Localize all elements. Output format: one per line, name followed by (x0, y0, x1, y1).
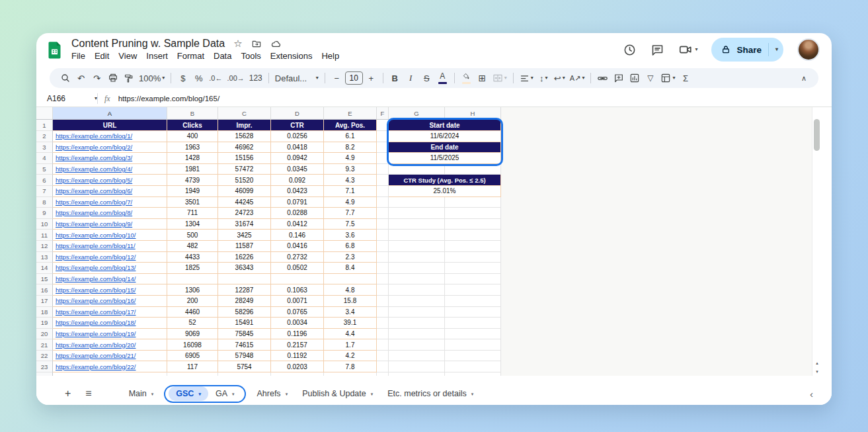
col-header-E[interactable]: E (324, 107, 377, 120)
cell-H18[interactable] (445, 307, 501, 318)
decrease-decimal-button[interactable]: .0← (207, 70, 224, 86)
cell-C15[interactable] (218, 274, 271, 285)
cell-A3[interactable]: https://example.com/blog/2/ (53, 142, 167, 153)
sheet-tab-etc-metrics-or-details[interactable]: Etc. metrics or details▾ (380, 386, 481, 401)
cell-D3[interactable]: 0.0418 (271, 142, 324, 153)
cell-D5[interactable]: 0.0345 (271, 164, 324, 175)
cell-F8[interactable] (377, 197, 389, 208)
cell-C6[interactable]: 51520 (218, 175, 271, 186)
col-header-A[interactable]: A (53, 107, 167, 120)
cell-C22[interactable]: 57948 (218, 351, 271, 362)
cell-C1[interactable]: Impr. (218, 120, 271, 131)
row-header-9[interactable]: 9 (36, 208, 53, 219)
scroll-up-icon[interactable]: ▴ (816, 361, 818, 366)
cell-G20[interactable] (389, 329, 445, 340)
cell-D17[interactable]: 0.0071 (271, 296, 324, 307)
cell-B9[interactable]: 711 (167, 208, 218, 219)
col-header-C[interactable]: C (218, 107, 271, 120)
star-icon[interactable]: ☆ (233, 38, 242, 50)
cell-A15[interactable]: https://example.com/blog/14/ (53, 274, 167, 285)
sheet-tab-caret-icon[interactable]: ▾ (232, 392, 235, 396)
cell-H24[interactable] (445, 372, 501, 376)
cell-E2[interactable]: 6.1 (324, 131, 377, 142)
search-button[interactable] (58, 70, 73, 86)
cell-C9[interactable]: 24723 (218, 208, 271, 219)
row-header-1[interactable]: 1 (36, 120, 53, 131)
cell-H14[interactable] (445, 263, 501, 274)
cell-A7[interactable]: https://example.com/blog/6/ (53, 186, 167, 197)
cell-F18[interactable] (377, 307, 389, 318)
cell-B20[interactable]: 9069 (167, 329, 218, 340)
borders-button[interactable]: ⊞ (475, 70, 490, 86)
share-caret-icon[interactable]: ▾ (775, 47, 778, 52)
avatar[interactable] (797, 38, 820, 61)
cell-G23[interactable] (389, 361, 445, 372)
row-header-18[interactable]: 18 (36, 307, 53, 318)
cell-A12[interactable]: https://example.com/blog/11/ (53, 241, 167, 252)
cell-B24[interactable] (167, 372, 218, 376)
cell-F1[interactable] (377, 120, 389, 131)
sheets-logo-icon[interactable] (46, 41, 63, 59)
cell-E12[interactable]: 6.8 (324, 241, 377, 252)
row-header-15[interactable]: 15 (36, 274, 53, 285)
row-header-11[interactable]: 11 (36, 230, 53, 241)
cell-D4[interactable]: 0.0942 (271, 153, 324, 164)
cell-E7[interactable]: 7.1 (324, 186, 377, 197)
col-header-B[interactable]: B (167, 107, 218, 120)
bold-button[interactable]: B (387, 70, 403, 86)
menu-insert[interactable]: Insert (141, 50, 173, 62)
add-sheet-button[interactable]: + (58, 388, 78, 400)
cell-E24[interactable] (324, 372, 377, 376)
cell-B1[interactable]: Clicks (167, 120, 218, 131)
insert-comment-button[interactable] (611, 70, 626, 86)
cell-F4[interactable] (377, 153, 389, 164)
cell-A14[interactable]: https://example.com/blog/13/ (53, 263, 167, 274)
cell-G19[interactable] (389, 318, 445, 329)
currency-button[interactable]: $ (175, 70, 190, 86)
cell-D2[interactable]: 0.0256 (271, 131, 324, 142)
row-header-5[interactable]: 5 (36, 164, 53, 175)
print-button[interactable] (105, 70, 120, 86)
cell-G7[interactable]: 25.01% (389, 186, 501, 197)
cell-B8[interactable]: 3501 (167, 197, 218, 208)
row-header-16[interactable]: 16 (36, 284, 53, 296)
cell-D8[interactable]: 0.0791 (271, 197, 324, 208)
cell-D11[interactable]: 0.146 (271, 230, 324, 241)
cell-F10[interactable] (377, 219, 389, 230)
cell-G11[interactable] (389, 230, 445, 241)
cell-H9[interactable] (445, 208, 501, 219)
collapse-toolbar-button[interactable]: ∧ (801, 74, 810, 83)
col-header-F[interactable]: F (377, 107, 389, 120)
horizontal-align-button[interactable]: ▾ (518, 70, 535, 86)
cell-E6[interactable]: 4.3 (324, 175, 377, 186)
cell-B11[interactable]: 500 (167, 230, 218, 241)
cell-B10[interactable]: 1304 (167, 219, 218, 230)
cell-G21[interactable] (389, 339, 445, 351)
cell-F7[interactable] (377, 186, 389, 197)
cell-C21[interactable]: 74615 (218, 339, 271, 351)
cell-G15[interactable] (389, 274, 445, 285)
grid-corner[interactable] (36, 107, 53, 120)
cell-A8[interactable]: https://example.com/blog/7/ (53, 197, 167, 208)
cell-D18[interactable]: 0.0765 (271, 307, 324, 318)
cell-C5[interactable]: 57472 (218, 164, 271, 175)
cell-A6[interactable]: https://example.com/blog/5/ (53, 175, 167, 186)
cell-E17[interactable]: 15.8 (324, 296, 377, 307)
cell-A2[interactable]: https://example.com/blog/1/ (53, 131, 167, 142)
cell-A21[interactable]: https://example.com/blog/20/ (53, 339, 167, 351)
cell-B13[interactable]: 4433 (167, 252, 218, 263)
meet-caret-icon[interactable]: ▾ (695, 47, 697, 52)
cell-A24[interactable] (53, 372, 167, 376)
cell-F9[interactable] (377, 208, 389, 219)
doc-title[interactable]: Content Pruning w. Sample Data (71, 38, 225, 50)
cell-H13[interactable] (445, 252, 501, 263)
cell-C4[interactable]: 15156 (218, 153, 271, 164)
cell-C20[interactable]: 75845 (218, 329, 271, 340)
cell-E20[interactable]: 4.4 (324, 329, 377, 340)
cell-D13[interactable]: 0.2732 (271, 252, 324, 263)
cell-B22[interactable]: 6905 (167, 351, 218, 362)
col-header-G[interactable]: G (389, 107, 445, 120)
cell-C17[interactable]: 28249 (218, 296, 271, 307)
row-header-2[interactable]: 2 (36, 131, 53, 142)
cell-H11[interactable] (445, 230, 501, 241)
